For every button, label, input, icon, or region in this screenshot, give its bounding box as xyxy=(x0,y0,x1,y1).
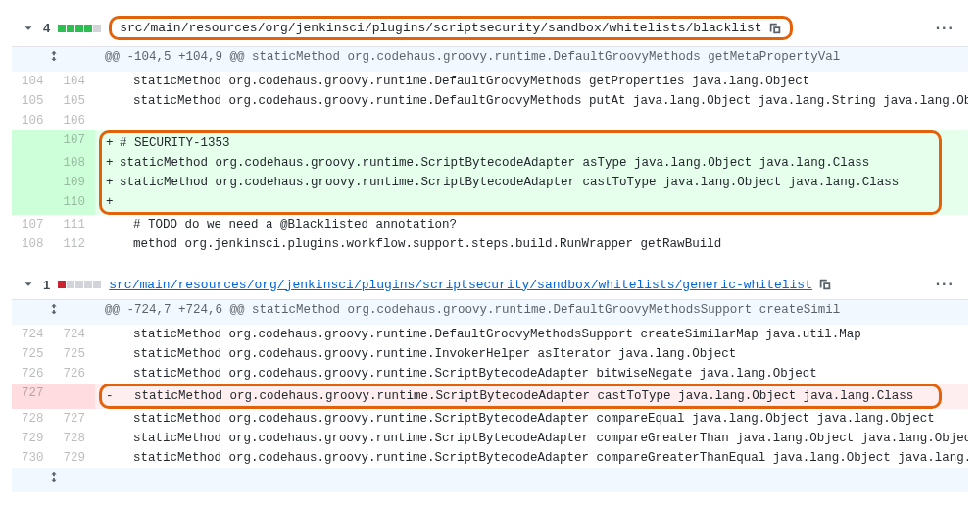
code-text: # SECURITY-1353 xyxy=(120,136,230,150)
line-number-new: 724 xyxy=(54,325,96,344)
diff-sign: + xyxy=(106,192,120,212)
diff-line: 107+ # SECURITY-1353 xyxy=(12,130,968,153)
expand-icon[interactable] xyxy=(12,468,95,492)
diff-line: 725725 staticMethod org.codehaus.groovy.… xyxy=(12,344,968,364)
code-cell: + staticMethod org.codehaus.groovy.runti… xyxy=(95,173,968,192)
file-header: 1src/main/resources/org/jenkinsci/plugin… xyxy=(12,270,968,300)
line-number-new: 726 xyxy=(54,364,96,384)
diff-sign xyxy=(105,111,119,130)
line-number-new: 108 xyxy=(54,153,96,173)
file-path-group: src/main/resources/org/jenkinsci/plugins… xyxy=(109,16,792,40)
code-cell: staticMethod org.codehaus.groovy.runtime… xyxy=(95,448,968,468)
code-text: # TODO do we need a @Blacklisted annotat… xyxy=(119,218,457,231)
diffstat-block xyxy=(58,281,66,288)
diffstat-block xyxy=(67,281,74,288)
code-text: staticMethod org.codehaus.groovy.runtime… xyxy=(119,75,809,88)
line-number-old: 726 xyxy=(12,364,54,384)
code-text: staticMethod org.codehaus.groovy.runtime… xyxy=(120,156,869,170)
code-text: method org.jenkinsci.plugins.workflow.su… xyxy=(119,237,721,251)
code-text: staticMethod org.codehaus.groovy.runtime… xyxy=(120,176,899,189)
line-number-new: 104 xyxy=(54,72,96,91)
expand-row xyxy=(95,468,968,492)
diff-sign xyxy=(105,364,119,384)
diffstat-count: 4 xyxy=(43,21,50,35)
copy-icon[interactable] xyxy=(818,278,832,291)
line-number-old xyxy=(12,153,54,173)
line-number-new xyxy=(54,384,96,409)
code-cell: + staticMethod org.codehaus.groovy.runti… xyxy=(95,153,968,173)
chevron-down-icon[interactable] xyxy=(22,278,35,291)
diffstat-bar xyxy=(58,281,101,288)
code-text: staticMethod org.codehaus.groovy.runtime… xyxy=(119,328,861,341)
line-number-old: 730 xyxy=(12,448,54,468)
code-text: staticMethod org.codehaus.groovy.runtime… xyxy=(120,389,913,403)
diff-file: 4src/main/resources/org/jenkinsci/plugin… xyxy=(12,10,968,254)
code-cell: staticMethod org.codehaus.groovy.runtime… xyxy=(95,344,968,364)
diff-sign: + xyxy=(106,173,120,192)
line-number-old: 729 xyxy=(12,429,54,448)
diff-sign xyxy=(105,91,119,111)
code-cell: # TODO do we need a @Blacklisted annotat… xyxy=(95,215,968,234)
code-cell: + xyxy=(95,192,968,215)
line-number-new: 728 xyxy=(54,429,96,448)
code-cell: + # SECURITY-1353 xyxy=(95,130,968,153)
code-cell: - staticMethod org.codehaus.groovy.runti… xyxy=(95,384,968,409)
diffstat-block xyxy=(84,25,92,32)
code-text: staticMethod org.codehaus.groovy.runtime… xyxy=(119,367,817,381)
line-number-old: 105 xyxy=(12,91,54,111)
line-number-new: 107 xyxy=(54,130,96,153)
diffstat-bar xyxy=(58,25,101,32)
diff-sign xyxy=(105,234,119,254)
line-number-new: 110 xyxy=(54,192,96,215)
diffstat-block xyxy=(93,25,101,32)
code-cell: staticMethod org.codehaus.groovy.runtime… xyxy=(95,72,968,91)
diff-line: 730729 staticMethod org.codehaus.groovy.… xyxy=(12,448,968,468)
line-number-old: 106 xyxy=(12,111,54,130)
line-number-old: 108 xyxy=(12,234,54,254)
line-number-new: 727 xyxy=(54,409,96,429)
code-text: staticMethod org.codehaus.groovy.runtime… xyxy=(119,94,968,108)
code-cell: staticMethod org.codehaus.groovy.runtime… xyxy=(95,429,968,448)
file-path-group: src/main/resources/org/jenkinsci/plugins… xyxy=(109,278,832,292)
file-path: src/main/resources/org/jenkinsci/plugins… xyxy=(120,21,761,35)
line-number-new: 105 xyxy=(54,91,96,111)
line-number-new: 111 xyxy=(54,215,96,234)
diffstat-block xyxy=(93,281,101,288)
line-number-old: 724 xyxy=(12,325,54,344)
chevron-down-icon[interactable] xyxy=(22,22,35,35)
diffstat-block xyxy=(67,25,74,32)
line-number-new: 112 xyxy=(54,234,96,254)
diffstat-count: 1 xyxy=(43,278,50,292)
line-number-new: 109 xyxy=(54,173,96,192)
diff-line: 104104 staticMethod org.codehaus.groovy.… xyxy=(12,72,968,91)
diff-sign xyxy=(105,325,119,344)
file-path[interactable]: src/main/resources/org/jenkinsci/plugins… xyxy=(109,278,812,292)
code-cell: staticMethod org.codehaus.groovy.runtime… xyxy=(95,91,968,111)
kebab-menu[interactable]: ··· xyxy=(932,20,958,37)
diff-line: 108+ staticMethod org.codehaus.groovy.ru… xyxy=(12,153,968,173)
diff-sign xyxy=(105,448,119,468)
line-number-old: 104 xyxy=(12,72,54,91)
line-number-new: 729 xyxy=(54,448,96,468)
diff-line: 726726 staticMethod org.codehaus.groovy.… xyxy=(12,364,968,384)
diff-sign: + xyxy=(106,153,120,173)
diffstat-block xyxy=(84,281,92,288)
copy-icon[interactable] xyxy=(768,22,782,35)
code-text: staticMethod org.codehaus.groovy.runtime… xyxy=(119,412,935,426)
diff-line: 105105 staticMethod org.codehaus.groovy.… xyxy=(12,91,968,111)
expand-icon[interactable] xyxy=(12,47,95,72)
code-cell: method org.jenkinsci.plugins.workflow.su… xyxy=(95,234,968,254)
diff-sign xyxy=(105,429,119,448)
diff-sign xyxy=(105,344,119,364)
line-number-old: 107 xyxy=(12,215,54,234)
diff-sign xyxy=(105,72,119,91)
kebab-menu[interactable]: ··· xyxy=(932,276,958,293)
expand-icon[interactable] xyxy=(12,300,95,325)
line-number-old: 727 xyxy=(12,384,54,409)
line-number-old: 728 xyxy=(12,409,54,429)
diffstat-block xyxy=(58,25,66,32)
diff-sign xyxy=(105,215,119,234)
file-header: 4src/main/resources/org/jenkinsci/plugin… xyxy=(12,10,968,47)
code-cell: staticMethod org.codehaus.groovy.runtime… xyxy=(95,325,968,344)
line-number-new: 725 xyxy=(54,344,96,364)
